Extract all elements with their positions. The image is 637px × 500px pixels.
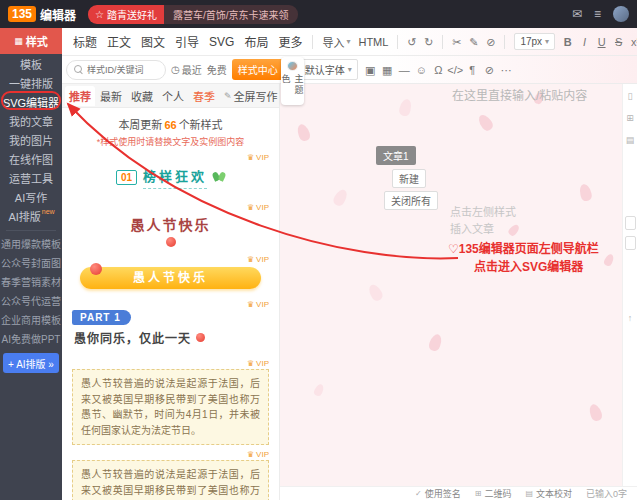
sidebar-item-my-articles[interactable]: 我的文章 bbox=[0, 111, 62, 130]
style-search-box[interactable] bbox=[66, 60, 166, 80]
sidebar-item-operation-tools[interactable]: 运营工具 bbox=[0, 168, 62, 187]
collapsed-panel-button[interactable] bbox=[625, 236, 636, 250]
proofread-button[interactable]: ▤ 文本校对 bbox=[525, 487, 572, 500]
special-char-icon[interactable]: Ω bbox=[430, 62, 447, 78]
petal-decoration bbox=[603, 253, 615, 267]
grid-icon: ▦ bbox=[14, 36, 23, 46]
style-card[interactable]: ♛ VIP PART 1 愚你同乐，仅此一天 bbox=[72, 298, 269, 354]
sidebar-link-ai-ppt[interactable]: AI免费做PPT bbox=[0, 329, 62, 348]
insert-table-icon[interactable]: ▦ bbox=[379, 62, 396, 78]
font-family-select[interactable]: 默认字体 ▾ bbox=[299, 59, 358, 80]
promo-banner[interactable]: ☆ 踏青送好礼 露营车/首饰/京东卡速来领 bbox=[88, 5, 298, 23]
tab-spring[interactable]: 春季 bbox=[189, 86, 219, 106]
sidebar-item-ai-writing[interactable]: AI写作 bbox=[0, 187, 62, 206]
sidebar-link-hot-templates[interactable]: 通用爆款模板 bbox=[0, 234, 62, 253]
sidebar-item-my-images[interactable]: 我的图片 bbox=[0, 130, 62, 149]
category-layout[interactable]: 布局 bbox=[244, 33, 268, 50]
html-button[interactable]: HTML bbox=[358, 36, 388, 48]
search-toolbar: ◷ 最近 免费 样式中心 默认字体 ▾ ▣ ▦ — ☺ Ω </> ¶ ⊘ ⋯ bbox=[62, 56, 637, 84]
sidebar-item-templates[interactable]: 模板 bbox=[0, 54, 62, 73]
more-insert-icon[interactable]: ⋯ bbox=[498, 62, 515, 78]
sidebar-item-label: 样式 bbox=[26, 33, 48, 49]
phone-preview-icon[interactable]: ▯ bbox=[628, 92, 633, 101]
code-icon[interactable]: </> bbox=[447, 62, 464, 78]
vip-label: VIP bbox=[256, 203, 269, 212]
style-card[interactable]: ♛ VIP 愚人节快乐 bbox=[72, 253, 269, 289]
font-size-select[interactable]: 17px ▾ bbox=[514, 33, 555, 50]
back-to-top-icon[interactable]: ↑ bbox=[628, 314, 633, 323]
message-icon[interactable]: ✉ bbox=[572, 7, 582, 21]
editor-canvas[interactable]: 文章1 新建 关闭所有 在这里直接输入/粘贴内容 点击左侧样式 插入文章 ♡13… bbox=[280, 84, 622, 486]
qrcode-button[interactable]: ⊞ 二维码 bbox=[475, 487, 512, 500]
sidebar-link-cover-images[interactable]: 公众号封面图 bbox=[0, 253, 62, 272]
tab-recommended[interactable]: 推荐 bbox=[65, 86, 95, 106]
category-guide[interactable]: 引导 bbox=[175, 33, 199, 50]
category-more[interactable]: 更多 bbox=[278, 33, 302, 50]
close-all-button[interactable]: 关闭所有 bbox=[384, 191, 438, 210]
avatar[interactable] bbox=[613, 6, 629, 22]
style-card[interactable]: ♛ VIP 01 榜样狂欢 bbox=[72, 151, 269, 198]
tab-fullscreen-writing[interactable]: ✎ 全屏写作 bbox=[220, 86, 280, 106]
format-painter-icon[interactable]: ✎ bbox=[465, 34, 482, 50]
menu-icon[interactable]: ≡ bbox=[594, 7, 601, 21]
sidebar-item-online-drawing[interactable]: 在线作图 bbox=[0, 149, 62, 168]
save-doc-icon[interactable]: ▤ bbox=[626, 136, 635, 145]
notice-suffix: 个新样式 bbox=[179, 119, 223, 131]
import-button[interactable]: 导入 ▾ bbox=[322, 34, 350, 50]
style-center-button[interactable]: 样式中心 bbox=[232, 59, 284, 80]
article-tab[interactable]: 文章1 bbox=[376, 146, 416, 165]
sidebar-link-spring-materials[interactable]: 春季营销素材 bbox=[0, 272, 62, 291]
petal-decoration bbox=[476, 112, 495, 132]
app-logo[interactable]: 135 编辑器 bbox=[8, 6, 76, 23]
sidebar-item-ai-layout[interactable]: AI排版new bbox=[0, 206, 62, 225]
undo-icon[interactable]: ↺ bbox=[403, 34, 420, 50]
category-body[interactable]: 正文 bbox=[107, 33, 131, 50]
new-article-button[interactable]: 新建 bbox=[392, 169, 426, 188]
style-card[interactable]: ♛ VIP 愚人节较普遍的说法是起源于法国，后来又被英国早期移民带到了美国也称万… bbox=[72, 448, 269, 500]
tab-personal[interactable]: 个人 bbox=[158, 86, 188, 106]
sidebar-item-svg-editor[interactable]: SVG编辑器 bbox=[0, 92, 62, 111]
sidebar-link-account-operation[interactable]: 公众号代运营 bbox=[0, 291, 62, 310]
strikethrough-icon[interactable]: S bbox=[610, 34, 627, 50]
sidebar-item-one-click-layout[interactable]: 一键排版 bbox=[0, 73, 62, 92]
search-input[interactable] bbox=[87, 65, 158, 75]
underline-icon[interactable]: U bbox=[593, 34, 610, 50]
recent-button[interactable]: ◷ 最近 bbox=[171, 62, 202, 77]
category-image-text[interactable]: 图文 bbox=[141, 33, 165, 50]
sidebar-item-label: AI写作 bbox=[15, 189, 47, 205]
free-button[interactable]: 免费 bbox=[207, 62, 227, 77]
insert-image-icon[interactable]: ▣ bbox=[362, 62, 379, 78]
theme-color-widget[interactable]: 主题色 bbox=[281, 57, 304, 105]
style-paragraph: 愚人节较普遍的说法是起源于法国，后来又被英国早期移民带到了美国也称万愚节、幽默节… bbox=[72, 369, 269, 445]
status-bar: ✓ 使用签名 ⊞ 二维码 ▤ 文本校对 已输入0字 bbox=[280, 486, 637, 500]
collapsed-panel-button[interactable] bbox=[625, 216, 636, 230]
theme-color-swatch[interactable] bbox=[287, 61, 298, 71]
tab-favorites[interactable]: 收藏 bbox=[127, 86, 157, 106]
emoji-icon[interactable]: ☺ bbox=[413, 62, 430, 78]
sidebar-item-label: 我的文章 bbox=[9, 113, 53, 129]
sidebar-item-styles[interactable]: ▦ 样式 bbox=[0, 28, 62, 54]
category-svg[interactable]: SVG bbox=[209, 35, 234, 49]
superscript-icon[interactable]: x² bbox=[627, 34, 637, 50]
use-signature-button[interactable]: ✓ 使用签名 bbox=[415, 487, 461, 500]
redo-icon[interactable]: ↻ bbox=[420, 34, 437, 50]
category-title[interactable]: 标题 bbox=[73, 33, 97, 50]
sidebar-link-business-templates[interactable]: 企业商用模板 bbox=[0, 310, 62, 329]
horizontal-rule-icon[interactable]: — bbox=[396, 62, 413, 78]
eraser-icon[interactable]: ⊘ bbox=[482, 34, 499, 50]
bold-icon[interactable]: B bbox=[559, 34, 576, 50]
paragraph-icon[interactable]: ¶ bbox=[464, 62, 481, 78]
petal-decoration bbox=[295, 123, 311, 143]
vip-badge: ♛ VIP bbox=[72, 448, 269, 460]
chevron-down-icon: ▾ bbox=[348, 65, 352, 74]
ai-layout-button[interactable]: + AI排版 » bbox=[3, 353, 59, 373]
italic-icon[interactable]: I bbox=[576, 34, 593, 50]
tab-newest[interactable]: 最新 bbox=[96, 86, 126, 106]
qr-icon[interactable]: ⊞ bbox=[626, 114, 634, 123]
clear-format-icon[interactable]: ⊘ bbox=[481, 62, 498, 78]
style-card[interactable]: ♛ VIP 愚人节较普遍的说法是起源于法国，后来又被英国早期移民带到了美国也称万… bbox=[72, 357, 269, 445]
style-card[interactable]: ♛ VIP 愚人节快乐 bbox=[72, 201, 269, 247]
format-toolbar: 标题 正文 图文 引导 SVG 布局 更多 导入 ▾ HTML ↺ ↻ ✂ ✎ … bbox=[62, 28, 637, 56]
scissors-icon[interactable]: ✂ bbox=[448, 34, 465, 50]
right-tool-strip: ▯ ⊞ ▤ ↑ bbox=[622, 84, 637, 486]
